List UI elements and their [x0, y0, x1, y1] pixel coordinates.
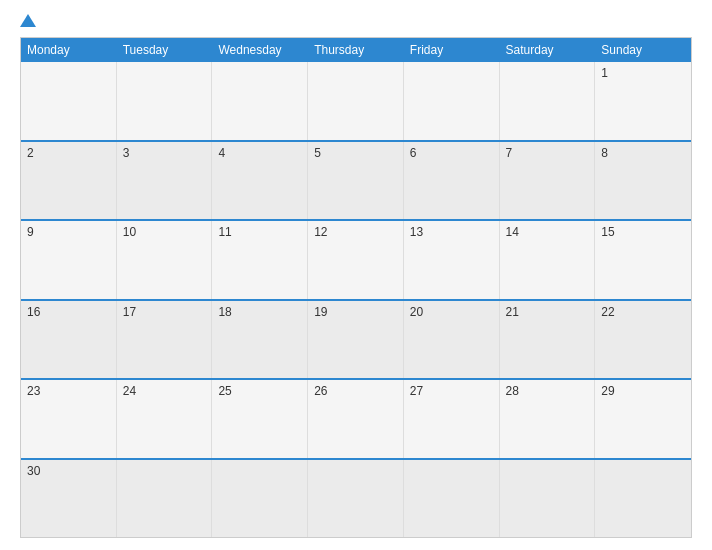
header-day-tuesday: Tuesday [117, 38, 213, 62]
calendar-cell: 23 [21, 380, 117, 458]
calendar-cell: 17 [117, 301, 213, 379]
day-number: 18 [218, 305, 231, 319]
calendar-cell: 9 [21, 221, 117, 299]
logo-blue-text [20, 16, 38, 27]
calendar-row-1: 1 [21, 62, 691, 140]
calendar-cell: 16 [21, 301, 117, 379]
calendar-cell [500, 62, 596, 140]
calendar-cell: 24 [117, 380, 213, 458]
calendar-cell: 4 [212, 142, 308, 220]
calendar-cell: 13 [404, 221, 500, 299]
calendar-cell: 12 [308, 221, 404, 299]
logo-triangle-icon [20, 14, 36, 27]
calendar-cell: 2 [21, 142, 117, 220]
day-number: 10 [123, 225, 136, 239]
logo [20, 16, 38, 27]
calendar-cell [212, 460, 308, 538]
day-number: 2 [27, 146, 34, 160]
calendar-cell [404, 460, 500, 538]
day-number: 13 [410, 225, 423, 239]
day-number: 21 [506, 305, 519, 319]
calendar-cell: 20 [404, 301, 500, 379]
calendar-row-4: 16171819202122 [21, 299, 691, 379]
day-number: 4 [218, 146, 225, 160]
header-day-friday: Friday [404, 38, 500, 62]
day-number: 25 [218, 384, 231, 398]
calendar-cell: 21 [500, 301, 596, 379]
calendar-cell: 27 [404, 380, 500, 458]
calendar-cell: 7 [500, 142, 596, 220]
day-number: 6 [410, 146, 417, 160]
day-number: 9 [27, 225, 34, 239]
day-number: 24 [123, 384, 136, 398]
day-number: 28 [506, 384, 519, 398]
calendar-cell: 28 [500, 380, 596, 458]
calendar-cell: 18 [212, 301, 308, 379]
day-number: 15 [601, 225, 614, 239]
calendar-cell: 30 [21, 460, 117, 538]
calendar-cell: 29 [595, 380, 691, 458]
calendar-cell [404, 62, 500, 140]
day-number: 8 [601, 146, 608, 160]
calendar-row-2: 2345678 [21, 140, 691, 220]
calendar-cell: 8 [595, 142, 691, 220]
day-number: 19 [314, 305, 327, 319]
day-number: 7 [506, 146, 513, 160]
calendar-cell: 19 [308, 301, 404, 379]
calendar-cell: 3 [117, 142, 213, 220]
header-day-thursday: Thursday [308, 38, 404, 62]
day-number: 14 [506, 225, 519, 239]
calendar-cell: 1 [595, 62, 691, 140]
calendar-cell: 25 [212, 380, 308, 458]
day-number: 16 [27, 305, 40, 319]
calendar-header: MondayTuesdayWednesdayThursdayFridaySatu… [21, 38, 691, 62]
calendar-body: 1234567891011121314151617181920212223242… [21, 62, 691, 537]
calendar-cell: 22 [595, 301, 691, 379]
day-number: 26 [314, 384, 327, 398]
day-number: 22 [601, 305, 614, 319]
calendar-cell: 10 [117, 221, 213, 299]
calendar-cell: 11 [212, 221, 308, 299]
day-number: 11 [218, 225, 231, 239]
day-number: 5 [314, 146, 321, 160]
header-day-monday: Monday [21, 38, 117, 62]
header-day-wednesday: Wednesday [212, 38, 308, 62]
calendar-cell [595, 460, 691, 538]
calendar-cell [500, 460, 596, 538]
calendar-cell: 14 [500, 221, 596, 299]
header-day-sunday: Sunday [595, 38, 691, 62]
calendar-cell: 15 [595, 221, 691, 299]
calendar-row-6: 30 [21, 458, 691, 538]
day-number: 1 [601, 66, 608, 80]
calendar-cell [212, 62, 308, 140]
calendar-cell [117, 460, 213, 538]
calendar-row-3: 9101112131415 [21, 219, 691, 299]
day-number: 23 [27, 384, 40, 398]
calendar-cell [308, 62, 404, 140]
day-number: 17 [123, 305, 136, 319]
day-number: 3 [123, 146, 130, 160]
page-header [20, 16, 692, 27]
calendar-cell: 6 [404, 142, 500, 220]
calendar-cell [21, 62, 117, 140]
day-number: 12 [314, 225, 327, 239]
calendar-cell: 26 [308, 380, 404, 458]
day-number: 20 [410, 305, 423, 319]
calendar-page: MondayTuesdayWednesdayThursdayFridaySatu… [0, 0, 712, 550]
calendar-cell [117, 62, 213, 140]
header-day-saturday: Saturday [500, 38, 596, 62]
day-number: 29 [601, 384, 614, 398]
day-number: 30 [27, 464, 40, 478]
calendar-row-5: 23242526272829 [21, 378, 691, 458]
day-number: 27 [410, 384, 423, 398]
calendar-grid: MondayTuesdayWednesdayThursdayFridaySatu… [20, 37, 692, 538]
calendar-cell: 5 [308, 142, 404, 220]
calendar-cell [308, 460, 404, 538]
